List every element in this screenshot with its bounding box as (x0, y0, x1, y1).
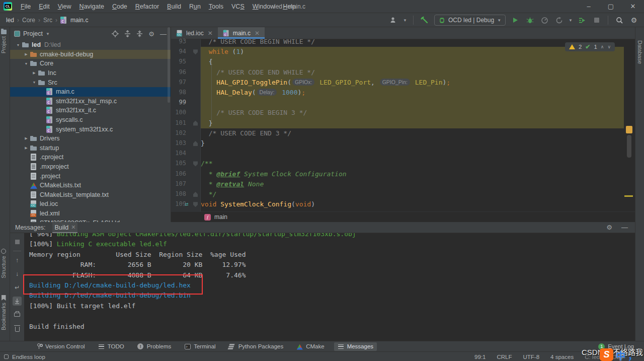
menu-build[interactable]: Build (163, 3, 185, 10)
project-settings-gear-icon[interactable]: ⚙ (148, 30, 154, 38)
coverage-caret-icon[interactable]: ▼ (569, 18, 573, 23)
tree-item-cmakelists-template-txt[interactable]: CMakeLists_template.txt (10, 190, 171, 200)
tool-window-button-cmake[interactable]: CMake (293, 342, 328, 351)
status-widget-utf-8[interactable]: UTF-8 (523, 354, 540, 360)
next-issue-icon[interactable]: ∨ (607, 44, 611, 49)
collapse-all-icon[interactable] (136, 30, 143, 37)
tool-window-button-todo[interactable]: TODO (95, 342, 128, 351)
status-widget-4-spaces[interactable]: 4 spaces (550, 354, 574, 360)
messages-settings-gear-icon[interactable]: ⚙ (606, 224, 612, 231)
tree-item-system-stm32f1xx-c[interactable]: system_stm32f1xx.c (10, 124, 171, 134)
breadcrumb-led[interactable]: led (6, 17, 14, 24)
tool-tab-project[interactable]: Project (1, 30, 7, 53)
tool-tab-structure[interactable]: Structure (1, 249, 7, 278)
project-view-caret-icon[interactable]: ▼ (46, 32, 50, 36)
profiler-button[interactable] (539, 15, 549, 25)
tree-item-stm32f103c8tx-flash-ld[interactable]: STM32F103C8Tx_FLASH.ld (10, 218, 171, 222)
user-account-icon[interactable] (388, 15, 398, 25)
scrollbar-warning-marker[interactable] (626, 126, 632, 133)
tree-item-project[interactable]: .project (10, 171, 171, 181)
settings-gear-icon[interactable]: ⚙ (629, 15, 639, 25)
tree-chevron-icon[interactable]: ▶ (22, 136, 30, 140)
debug-button[interactable] (525, 15, 535, 25)
fold-marker-icon[interactable] (193, 161, 198, 166)
project-scrollbar[interactable] (168, 27, 170, 103)
tree-item-stm32f1xx-it-c[interactable]: stm32f1xx_it.c (10, 106, 171, 115)
tree-item-main-c[interactable]: main.c (10, 87, 171, 97)
tree-item-led[interactable]: ▼ledD:\led (10, 40, 171, 50)
hide-panel-icon[interactable]: — (160, 30, 167, 38)
tree-chevron-icon[interactable]: ▼ (22, 62, 30, 65)
tool-window-button-version-control[interactable]: Version Control (32, 342, 89, 351)
menu-edit[interactable]: Edit (35, 3, 54, 10)
fold-marker-icon[interactable] (193, 202, 198, 207)
inspections-widget[interactable]: 2 ✔ 1 ∧ ∨ (565, 42, 615, 51)
prev-message-icon[interactable]: ↑ (13, 256, 22, 265)
menu-tools[interactable]: Tools (205, 3, 227, 10)
tab-close-icon[interactable]: ✕ (255, 30, 260, 37)
background-task-icon[interactable] (4, 354, 9, 359)
tree-item-cproject[interactable]: .cproject (10, 153, 171, 162)
breadcrumb-main-c[interactable]: main.c (70, 17, 88, 24)
fold-marker-icon[interactable] (193, 192, 198, 197)
tree-item-cmake-build-debug[interactable]: ▶cmake-build-debug (10, 50, 171, 59)
code-editor[interactable]: /* USER CODE BEGIN WHILE */ while (1) { … (201, 39, 624, 211)
scroll-to-end-icon[interactable] (13, 297, 22, 306)
menu-file[interactable]: File (17, 3, 35, 10)
breadcrumb-core[interactable]: Core (22, 17, 35, 24)
breadcrumb-src[interactable]: Src (43, 17, 52, 24)
menu-run[interactable]: Run (185, 3, 205, 10)
tree-chevron-icon[interactable]: ▼ (14, 43, 22, 47)
locate-file-icon[interactable] (112, 30, 119, 37)
build-tab-close-icon[interactable]: ✕ (71, 224, 75, 231)
tree-item-inc[interactable]: ▶Inc (10, 68, 171, 78)
tree-chevron-icon[interactable]: ▼ (30, 81, 38, 84)
enclosing-function-name[interactable]: main (214, 213, 227, 221)
project-panel-title[interactable]: Project (23, 30, 43, 37)
tab-close-icon[interactable]: ✕ (208, 30, 213, 37)
maximize-button[interactable]: ▢ (600, 0, 622, 13)
expand-all-icon[interactable] (124, 30, 131, 37)
tool-tab-database[interactable]: Database (637, 40, 643, 64)
tool-window-button-problems[interactable]: !Problems (134, 342, 175, 351)
tool-tab-bookmarks[interactable]: Bookmarks (1, 295, 7, 330)
tree-item-src[interactable]: ▼Src (10, 78, 171, 87)
tree-item-core[interactable]: ▼Core (10, 59, 171, 68)
scrollbar-stripe-marker[interactable] (624, 195, 633, 197)
tree-item-cmakelists-txt[interactable]: CMakeLists.txt (10, 181, 171, 190)
run-configuration-select[interactable]: OCD led | Debug ▼ (434, 15, 506, 26)
tree-chevron-icon[interactable]: ▶ (22, 146, 30, 150)
menu-code[interactable]: Code (108, 3, 131, 10)
tool-window-button-terminal[interactable]: >Terminal (181, 342, 219, 351)
messages-hide-icon[interactable]: — (621, 224, 628, 231)
search-everywhere-icon[interactable] (614, 15, 624, 25)
print-icon[interactable] (13, 310, 22, 319)
tree-chevron-icon[interactable]: ▶ (22, 52, 30, 56)
tree-item-syscalls-c[interactable]: syscalls.c (10, 115, 171, 125)
tool-window-button-python-packages[interactable]: Python Packages (225, 342, 287, 351)
run-button[interactable] (510, 15, 520, 25)
menu-vcs[interactable]: VCS (227, 3, 249, 10)
tree-chevron-icon[interactable]: ▶ (30, 71, 38, 75)
build-hammer-icon[interactable] (420, 15, 430, 25)
editor-scrollbar-thumb[interactable] (627, 135, 631, 158)
tree-item-stm32f1xx-hal-msp-c[interactable]: stm32f1xx_hal_msp.c (10, 97, 171, 106)
fold-marker-icon[interactable] (193, 49, 198, 54)
tree-item-led-ioc[interactable]: led.ioc (10, 199, 171, 209)
prev-issue-icon[interactable]: ∧ (601, 44, 604, 49)
build-tab[interactable]: Build ✕ (52, 222, 77, 233)
clear-all-icon[interactable] (13, 324, 22, 333)
attach-process-button[interactable] (577, 15, 587, 25)
tree-item-drivers[interactable]: ▶Drivers (10, 134, 171, 143)
coverage-button[interactable] (554, 15, 564, 25)
menu-view[interactable]: View (54, 3, 75, 10)
user-dropdown-caret-icon[interactable]: ▼ (403, 18, 407, 23)
close-button[interactable]: ✕ (622, 0, 644, 13)
minimize-button[interactable]: – (578, 0, 600, 13)
status-widget-99-1[interactable]: 99:1 (474, 354, 486, 360)
fold-marker-icon[interactable] (193, 121, 198, 126)
menu-navigate[interactable]: Navigate (75, 3, 108, 10)
stop-button[interactable] (592, 15, 602, 25)
menu-refactor[interactable]: Refactor (131, 3, 163, 10)
soft-wrap-icon[interactable]: ↵ (13, 283, 22, 292)
